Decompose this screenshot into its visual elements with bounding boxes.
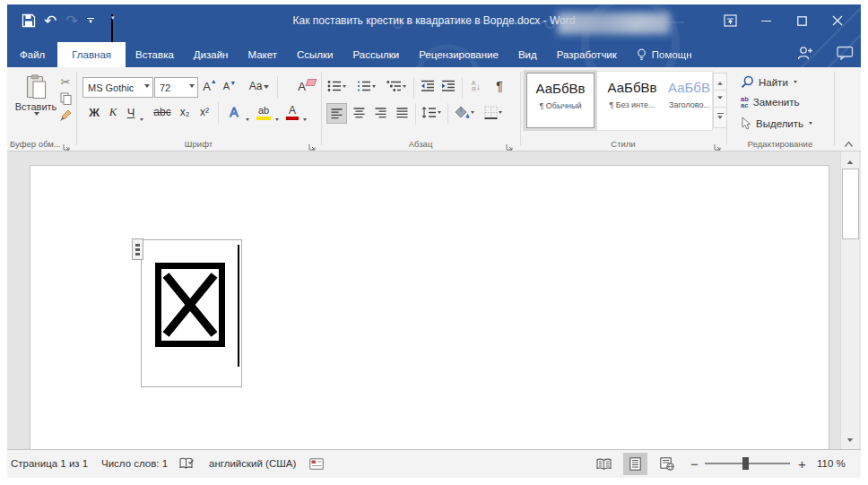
save-button[interactable] [18,10,39,31]
paste-button[interactable]: Вставить [16,73,56,128]
sort-button[interactable]: А Я ↓ [465,77,487,95]
search-icon [741,75,754,89]
clear-formatting-button[interactable]: А [296,76,317,96]
format-painter-button[interactable] [57,108,74,123]
styles-dialog-launcher[interactable] [714,139,723,148]
shading-button[interactable] [452,103,476,122]
styles-group-label: Стили [520,139,726,149]
print-layout-button[interactable] [623,453,647,475]
underline-dropdown[interactable] [139,109,143,126]
text-effects-button[interactable]: А [224,102,244,122]
style-no-spacing[interactable]: АаБбВв ¶ Без инте... [599,73,665,126]
share-button[interactable] [796,45,813,65]
tab-references[interactable]: Ссылки [287,42,343,67]
align-left-button[interactable] [326,103,347,124]
tab-review[interactable]: Рецензирование [409,42,508,67]
minimize-button[interactable] [748,8,784,33]
shrink-font-button[interactable]: А▼ [221,76,239,96]
web-layout-button[interactable] [655,453,679,475]
maximize-button[interactable] [784,8,820,33]
zoom-out-button[interactable]: − [690,450,699,477]
tab-mailings[interactable]: Рассылки [343,42,410,67]
style-normal[interactable]: АаБбВв ¶ Обычный [526,73,595,128]
font-color-button[interactable]: А [283,102,301,122]
increase-indent-button[interactable] [438,77,457,95]
bold-button[interactable]: Ж [86,102,102,122]
align-right-button[interactable] [371,103,390,122]
borders-button[interactable] [481,103,505,122]
content-frame[interactable] [141,239,242,387]
cut-button[interactable]: ✂ [57,74,74,89]
font-dialog-launcher[interactable] [308,139,317,148]
content-control-handle[interactable] [132,238,143,260]
align-center-button[interactable] [350,103,369,122]
text-effects-dropdown[interactable] [245,109,249,126]
font-name-combo[interactable]: MS Gothic [82,77,153,98]
zoom-level[interactable]: 110 % [817,450,846,477]
clipboard-dialog-launcher[interactable] [63,139,72,148]
ribbon-display-options-button[interactable] [712,8,748,33]
replace-button[interactable]: ab ac Заменить [741,96,799,108]
tab-developer[interactable]: Разработчик [547,42,627,67]
scroll-down-button[interactable] [842,433,858,449]
tab-home[interactable]: Главная [57,42,126,67]
numbering-button[interactable] [356,77,376,95]
grow-font-button[interactable]: А▲ [201,76,219,96]
highlight-button[interactable]: ab [254,102,273,122]
highlight-dropdown[interactable] [274,109,279,126]
select-button[interactable]: Выделить [741,117,812,130]
change-case-button[interactable]: Aa [246,76,273,96]
qat-customize-button[interactable]: ▾ [82,10,99,31]
replace-icon: ab ac [741,96,749,108]
bullets-button[interactable] [326,77,346,95]
tab-tell-me[interactable]: Помощн [627,42,702,67]
multilevel-list-button[interactable] [385,77,407,95]
language-indicator[interactable]: английский (США) [209,450,296,477]
redo-button[interactable]: ↷ [61,10,82,31]
font-size-dropdown-arrow [185,82,197,93]
scrollbar-thumb[interactable] [842,169,859,239]
document-page[interactable] [30,165,829,450]
superscript-button[interactable]: x² [195,102,213,122]
font-name-dropdown-arrow [140,82,152,93]
undo-button[interactable]: ↶ [39,10,61,31]
styles-gallery-expand-button[interactable] [713,107,727,128]
read-mode-button[interactable] [592,453,616,475]
page-indicator[interactable]: Страница 1 из 1 [11,450,88,477]
font-size-combo[interactable]: 72 [154,77,198,98]
zoom-slider-thumb[interactable] [742,457,749,470]
censored-account-name [558,13,670,34]
font-color-dropdown[interactable] [302,109,307,126]
subscript-button[interactable]: x₂ [176,102,194,122]
copy-button[interactable] [57,91,74,106]
justify-button[interactable] [393,103,412,122]
word-count[interactable]: Число слов: 1 [101,450,168,477]
italic-button[interactable]: К [106,102,120,122]
find-button[interactable]: Найти [741,75,797,89]
collapse-ribbon-button[interactable] [844,135,856,146]
proofing-status[interactable] [179,450,195,477]
tab-design[interactable]: Дизайн [184,42,239,67]
paragraph-dialog-launcher[interactable] [506,139,515,148]
decrease-indent-button[interactable] [418,77,437,95]
line-spacing-button[interactable] [420,103,443,122]
ribbon-tabs: Файл Главная Вставка Дизайн Макет Ссылки… [7,42,702,67]
tab-layout[interactable]: Макет [238,42,287,67]
scroll-up-button[interactable] [842,152,858,169]
zoom-in-button[interactable]: + [798,450,806,477]
macro-recording-button[interactable] [309,450,324,477]
styles-scroll-down-button[interactable] [713,90,727,108]
styles-scroll-up-button[interactable] [713,73,727,91]
tab-file[interactable]: Файл [7,42,57,67]
vertical-scrollbar[interactable] [840,152,859,450]
quick-access-toolbar: ↶ ▾ ↷ ▾ [18,10,99,31]
comments-button[interactable] [837,46,854,64]
underline-button[interactable]: Ч [124,102,138,122]
strikethrough-button[interactable]: abc [151,102,174,122]
style-heading1[interactable]: АаБбВв Заголово... [668,73,711,126]
close-button[interactable] [820,8,855,33]
tab-view[interactable]: Вид [508,42,547,67]
document-area[interactable] [7,152,861,450]
tab-insert[interactable]: Вставка [126,42,184,67]
show-formatting-button[interactable]: ¶ [490,77,508,95]
